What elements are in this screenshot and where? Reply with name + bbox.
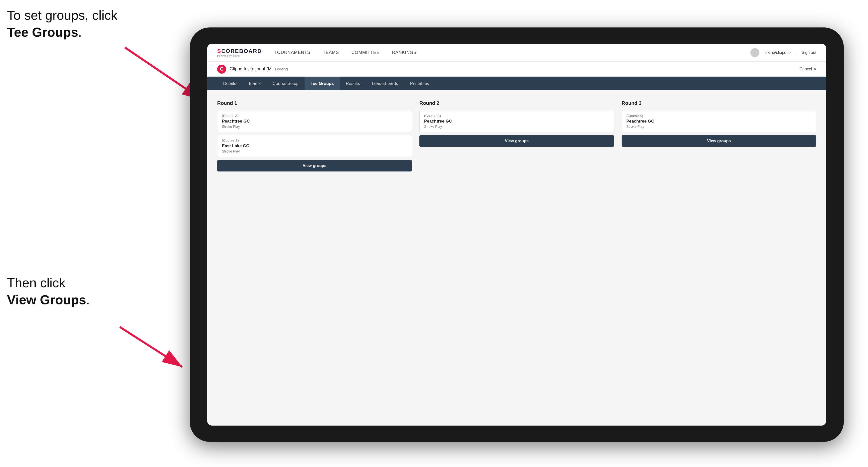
sub-header: C Clippd Invitational (M Hosting Cancel … — [207, 62, 826, 76]
hosting-badge: Hosting — [275, 67, 288, 71]
user-avatar — [750, 48, 760, 57]
period-top: . — [78, 25, 82, 39]
round-1-course-a-format: Stroke Play — [222, 125, 407, 129]
nav-teams[interactable]: TEAMS — [323, 50, 339, 55]
logo-text: SCOREBOARD — [217, 48, 262, 54]
tablet-frame: SCOREBOARD Powered by clippd TOURNAMENTS… — [190, 27, 844, 442]
round-1-course-a-name: Peachtree GC — [222, 119, 407, 124]
round-3-course-a-name: Peachtree GC — [626, 119, 812, 124]
round-1-course-b-format: Stroke Play — [222, 149, 407, 153]
tournament-name: Clippd Invitational (M — [230, 66, 272, 72]
logo-icon: S — [217, 48, 221, 54]
round-3-column: Round 3 (Course A) Peachtree GC Stroke P… — [622, 100, 816, 172]
round-3-course-a: (Course A) Peachtree GC Stroke Play — [622, 110, 816, 132]
round-1-course-a: (Course A) Peachtree GC Stroke Play — [217, 110, 412, 132]
sub-header-left: C Clippd Invitational (M Hosting — [217, 65, 288, 74]
instruction-line1: To set groups, click — [7, 8, 117, 23]
round-3-course-a-format: Stroke Play — [626, 125, 812, 129]
round-1-view-groups-button[interactable]: View groups — [217, 160, 412, 172]
nav-right: blair@clippd.io | Sign out — [750, 48, 816, 57]
round-1-course-b: (Course B) East Lake GC Stroke Play — [217, 135, 412, 157]
clippd-logo: C — [217, 65, 226, 74]
period-bottom: . — [86, 292, 90, 307]
round-3-course-a-label: (Course A) — [626, 114, 812, 118]
tab-results[interactable]: Results — [340, 76, 366, 90]
nav-rankings[interactable]: RANKINGS — [392, 50, 416, 55]
round-1-course-b-name: East Lake GC — [222, 144, 407, 149]
user-email: blair@clippd.io — [765, 51, 790, 55]
round-1-title: Round 1 — [217, 100, 412, 106]
nav-committee[interactable]: COMMITTEE — [351, 50, 380, 55]
sign-out-link[interactable]: Sign out — [802, 51, 816, 55]
round-1-column: Round 1 (Course A) Peachtree GC Stroke P… — [217, 100, 412, 172]
tab-leaderboards[interactable]: Leaderboards — [366, 76, 404, 90]
tab-details[interactable]: Details — [217, 76, 242, 90]
svg-line-3 — [120, 327, 182, 367]
round-3-title: Round 3 — [622, 100, 816, 106]
top-nav: SCOREBOARD Powered by clippd TOURNAMENTS… — [207, 44, 826, 62]
separator: | — [796, 51, 797, 55]
tab-printables[interactable]: Printables — [404, 76, 435, 90]
instruction-bottom: Then click View Groups. — [7, 275, 90, 308]
main-content: Round 1 (Course A) Peachtree GC Stroke P… — [207, 90, 826, 426]
round-2-course-a-label: (Course A) — [424, 114, 609, 118]
instruction-then-click: Then click — [7, 276, 65, 290]
round-2-title: Round 2 — [420, 100, 614, 106]
tab-bar: Details Teams Course Setup Tee Groups Re… — [207, 76, 826, 90]
rounds-container: Round 1 (Course A) Peachtree GC Stroke P… — [217, 100, 816, 172]
tab-teams[interactable]: Teams — [242, 76, 267, 90]
round-1-course-b-label: (Course B) — [222, 138, 407, 143]
tablet-screen: SCOREBOARD Powered by clippd TOURNAMENTS… — [207, 44, 826, 426]
round-2-course-a: (Course A) Peachtree GC Stroke Play — [420, 110, 614, 132]
nav-tournaments[interactable]: TOURNAMENTS — [274, 50, 310, 55]
round-2-view-groups-button[interactable]: View groups — [420, 135, 614, 147]
round-2-column: Round 2 (Course A) Peachtree GC Stroke P… — [420, 100, 614, 172]
instruction-top: To set groups, click Tee Groups. — [7, 7, 117, 41]
cancel-button[interactable]: Cancel ✕ — [800, 67, 816, 71]
nav-items: TOURNAMENTS TEAMS COMMITTEE RANKINGS — [274, 50, 750, 55]
tab-tee-groups[interactable]: Tee Groups — [305, 76, 340, 90]
instruction-view-groups: View Groups — [7, 292, 86, 307]
logo-sub: Powered by clippd — [217, 54, 262, 57]
logo-area: SCOREBOARD Powered by clippd — [217, 48, 262, 57]
round-1-course-a-label: (Course A) — [222, 114, 407, 118]
instruction-tee-groups: Tee Groups — [7, 25, 78, 39]
tab-course-setup[interactable]: Course Setup — [267, 76, 305, 90]
round-2-course-a-name: Peachtree GC — [424, 119, 609, 124]
arrow-to-view-groups — [105, 322, 200, 387]
round-3-view-groups-button[interactable]: View groups — [622, 135, 816, 147]
round-2-course-a-format: Stroke Play — [424, 125, 609, 129]
